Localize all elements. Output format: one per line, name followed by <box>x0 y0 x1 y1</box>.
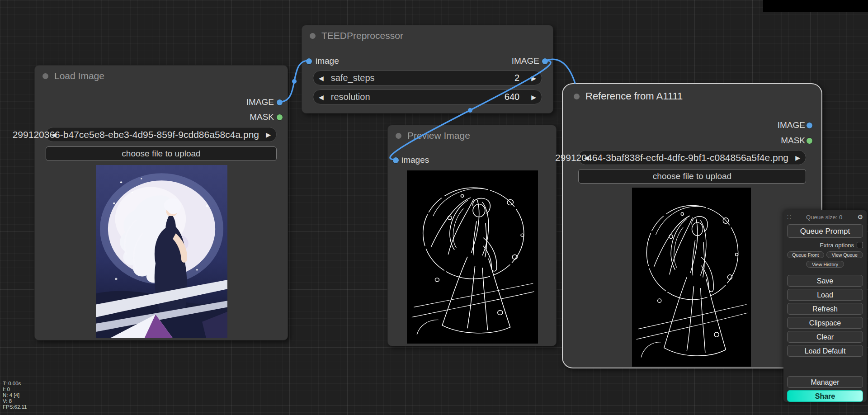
slot-label-image: IMAGE <box>246 97 274 107</box>
node-header[interactable]: Reference from A1111 <box>563 84 821 108</box>
node-preview-image[interactable]: Preview Image images <box>387 125 557 346</box>
slot-label-mask: MASK <box>250 112 274 122</box>
node-header[interactable]: Preview Image <box>388 125 556 146</box>
slot-label-image-output: IMAGE <box>512 56 539 66</box>
extra-options-label: Extra options <box>820 242 854 249</box>
queue-prompt-button[interactable]: Queue Prompt <box>787 224 863 238</box>
black-overlay <box>763 0 868 12</box>
slot-image-output[interactable] <box>542 58 548 65</box>
stat-time: T: 0.00s <box>3 381 27 387</box>
slot-mask-output[interactable] <box>806 137 813 144</box>
share-button[interactable]: Share <box>787 390 863 402</box>
combo-prev-icon[interactable]: ◀ <box>584 151 589 165</box>
node-title: Reference from A1111 <box>585 90 683 102</box>
node-load-image[interactable]: Load Image IMAGE MASK ◀ 299120366-b47ce5… <box>34 65 288 340</box>
view-queue-button[interactable]: View Queue <box>826 251 863 258</box>
widget-increment-icon[interactable]: ▶ <box>531 94 536 101</box>
widget-label: resolution <box>328 92 500 102</box>
slot-image-output[interactable] <box>276 99 283 106</box>
loaded-image-preview <box>96 165 227 338</box>
node-title: Load Image <box>54 71 104 81</box>
stat-fps: FPS:62.11 <box>3 404 27 410</box>
choose-file-button[interactable]: choose file to upload <box>578 169 806 184</box>
slot-image-input[interactable] <box>306 58 312 65</box>
extra-options-checkbox[interactable] <box>857 242 863 248</box>
slot-label-image-input: image <box>316 56 339 66</box>
stat-v: V: 8 <box>3 398 27 404</box>
node-header[interactable]: TEEDPreprocessor <box>302 25 553 46</box>
safe-steps-widget[interactable]: ◀ safe_steps 2 ▶ <box>313 71 542 85</box>
load-button[interactable]: Load <box>787 289 863 301</box>
resolution-widget[interactable]: ◀ resolution 640 ▶ <box>313 90 542 104</box>
clear-button[interactable]: Clear <box>787 331 863 343</box>
combo-next-icon[interactable]: ▶ <box>795 151 800 165</box>
slot-label-image: IMAGE <box>778 120 805 130</box>
slot-images-input[interactable] <box>392 157 399 164</box>
slot-mask-output[interactable] <box>276 114 283 121</box>
node-title: TEEDPreprocessor <box>321 30 403 41</box>
node-collapse-dot[interactable] <box>574 94 580 99</box>
node-collapse-dot[interactable] <box>396 133 401 139</box>
node-canvas[interactable]: Load Image IMAGE MASK ◀ 299120366-b47ce5… <box>0 0 868 415</box>
slot-image-output[interactable] <box>806 122 813 129</box>
queue-front-button[interactable]: Queue Front <box>787 251 824 258</box>
filename-value: 299120464-3baf838f-ecfd-4dfc-9bf1-c08485… <box>555 151 788 165</box>
choose-file-button[interactable]: choose file to upload <box>46 146 277 161</box>
combo-next-icon[interactable]: ▶ <box>266 127 271 141</box>
node-collapse-dot[interactable] <box>42 73 48 79</box>
widget-value[interactable]: 640 <box>505 92 519 102</box>
manager-button[interactable]: Manager <box>787 376 863 388</box>
save-button[interactable]: Save <box>787 275 863 287</box>
load-default-button[interactable]: Load Default <box>787 345 863 357</box>
widget-value[interactable]: 2 <box>514 73 519 83</box>
slot-label-images-input: images <box>401 155 429 165</box>
stat-iterations: I: 0 <box>3 387 27 392</box>
widget-decrement-icon[interactable]: ◀ <box>319 75 324 82</box>
lineart-preview-image <box>407 170 538 344</box>
settings-gear-icon[interactable]: ⚙ <box>857 213 863 221</box>
menu-drag-handle-icon[interactable]: ∷ <box>787 213 791 221</box>
view-history-button[interactable]: View History <box>806 261 844 268</box>
widget-decrement-icon[interactable]: ◀ <box>319 94 324 101</box>
canvas-stats: T: 0.00s I: 0 N: 4 [4] V: 8 FPS:62.11 <box>3 381 27 410</box>
combo-prev-icon[interactable]: ◀ <box>52 127 57 141</box>
filename-combo[interactable]: ◀ 299120464-3baf838f-ecfd-4dfc-9bf1-c084… <box>578 150 806 165</box>
queue-size-label: Queue size: 0 <box>806 214 842 221</box>
slot-label-mask: MASK <box>781 136 805 146</box>
refresh-button[interactable]: Refresh <box>787 303 863 315</box>
stat-nodes: N: 4 [4] <box>3 392 27 398</box>
comfy-menu: ∷ Queue size: 0 ⚙ Queue Prompt Extra opt… <box>783 210 867 402</box>
node-header[interactable]: Load Image <box>35 66 288 86</box>
link-midpoint-dot <box>292 79 297 84</box>
widget-increment-icon[interactable]: ▶ <box>531 75 536 82</box>
node-teed-preprocessor[interactable]: TEEDPreprocessor image IMAGE ◀ safe_step… <box>302 25 553 113</box>
widget-label: safe_steps <box>328 73 510 83</box>
clipspace-button[interactable]: Clipspace <box>787 317 863 329</box>
node-title: Preview Image <box>407 130 470 141</box>
node-collapse-dot[interactable] <box>310 33 316 39</box>
filename-value: 299120366-b47ce5e8-ebe3-4d95-859f-9cdd86… <box>13 127 259 141</box>
filename-combo[interactable]: ◀ 299120366-b47ce5e8-ebe3-4d95-859f-9cdd… <box>46 127 277 142</box>
lineart-reference-image <box>632 188 751 367</box>
